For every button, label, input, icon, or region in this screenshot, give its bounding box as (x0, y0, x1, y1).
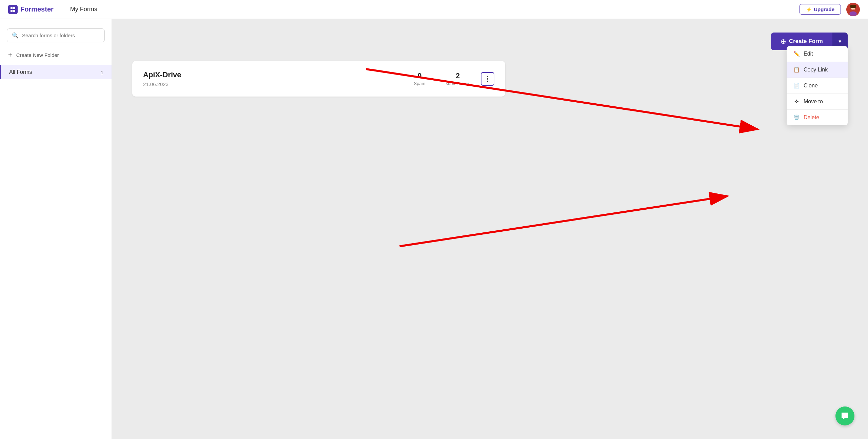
search-input[interactable] (22, 33, 100, 38)
page-title: My Forms (70, 6, 97, 13)
upgrade-label: Upgrade (814, 6, 834, 12)
submissions-label: submissions (446, 81, 470, 86)
svg-rect-3 (13, 10, 15, 12)
move-to-icon: ✛ (793, 99, 800, 105)
menu-item-edit[interactable]: ✏️ Edit (787, 46, 848, 62)
search-box[interactable]: 🔍 (7, 28, 105, 42)
create-folder-button[interactable]: + Create New Folder (0, 48, 112, 62)
delete-icon: 🗑️ (793, 114, 800, 121)
sidebar-section: All Forms 1 (0, 65, 112, 79)
kebab-dots-icon (487, 76, 488, 82)
menu-item-delete[interactable]: 🗑️ Delete (787, 110, 848, 125)
search-icon: 🔍 (12, 32, 19, 39)
kebab-menu-button[interactable] (481, 72, 494, 86)
lightning-icon: ⚡ (806, 7, 812, 12)
top-navigation: Formester My Forms ⚡ Upgrade (0, 0, 868, 19)
copy-link-icon: 📋 (793, 67, 800, 73)
user-avatar[interactable] (846, 3, 860, 16)
sidebar-item-all-forms[interactable]: All Forms 1 (0, 65, 112, 79)
logo-icon (8, 5, 18, 14)
create-form-plus-icon: ⊕ (781, 37, 786, 45)
dropdown-chevron-icon: ▼ (838, 39, 842, 44)
spam-stat: 0 Spam (414, 71, 426, 86)
all-forms-count: 1 (101, 69, 103, 75)
nav-divider (62, 5, 62, 14)
form-name: ApiX-Drive (143, 70, 414, 79)
chat-button[interactable] (835, 406, 854, 425)
plus-icon: + (8, 51, 12, 59)
create-folder-label: Create New Folder (16, 52, 59, 58)
create-form-label: Create Form (789, 38, 823, 45)
submissions-stat: 2 submissions (446, 71, 470, 86)
context-menu: ✏️ Edit 📋 Copy Link 📄 Clone ✛ Move to 🗑️ (787, 46, 848, 125)
form-date: 21.06.2023 (143, 81, 414, 87)
form-info: ApiX-Drive 21.06.2023 (143, 70, 414, 87)
toolbar: ⊕ Create Form ▼ (132, 33, 848, 50)
delete-label: Delete (804, 114, 819, 121)
spam-value: 0 (414, 71, 426, 80)
menu-item-move-to[interactable]: ✛ Move to (787, 94, 848, 109)
copy-link-label: Copy Link (804, 67, 828, 73)
svg-line-12 (400, 196, 728, 246)
logo-text: Formester (20, 5, 54, 13)
all-forms-label: All Forms (9, 69, 32, 75)
logo-area: Formester (8, 5, 54, 14)
clone-label: Clone (804, 83, 818, 89)
edit-icon: ✏️ (793, 51, 800, 57)
svg-rect-1 (13, 7, 15, 9)
main-layout: 🔍 + Create New Folder All Forms 1 ⊕ Crea… (0, 0, 868, 439)
submissions-value: 2 (446, 71, 470, 80)
svg-rect-0 (11, 7, 13, 9)
spam-label: Spam (414, 81, 426, 86)
svg-rect-9 (850, 5, 856, 8)
move-to-label: Move to (804, 99, 823, 105)
main-content: ⊕ Create Form ▼ ApiX-Drive 21.06.2023 0 … (112, 19, 868, 439)
menu-item-clone[interactable]: 📄 Clone (787, 78, 848, 93)
clone-icon: 📄 (793, 83, 800, 89)
svg-rect-2 (11, 10, 13, 12)
sidebar: 🔍 + Create New Folder All Forms 1 (0, 19, 112, 439)
edit-label: Edit (804, 51, 813, 57)
form-card: ApiX-Drive 21.06.2023 0 Spam 2 submissio… (132, 61, 505, 97)
menu-item-copy-link[interactable]: 📋 Copy Link (787, 62, 848, 78)
upgrade-button[interactable]: ⚡ Upgrade (800, 4, 841, 15)
form-stats: 0 Spam 2 submissions (414, 71, 470, 86)
